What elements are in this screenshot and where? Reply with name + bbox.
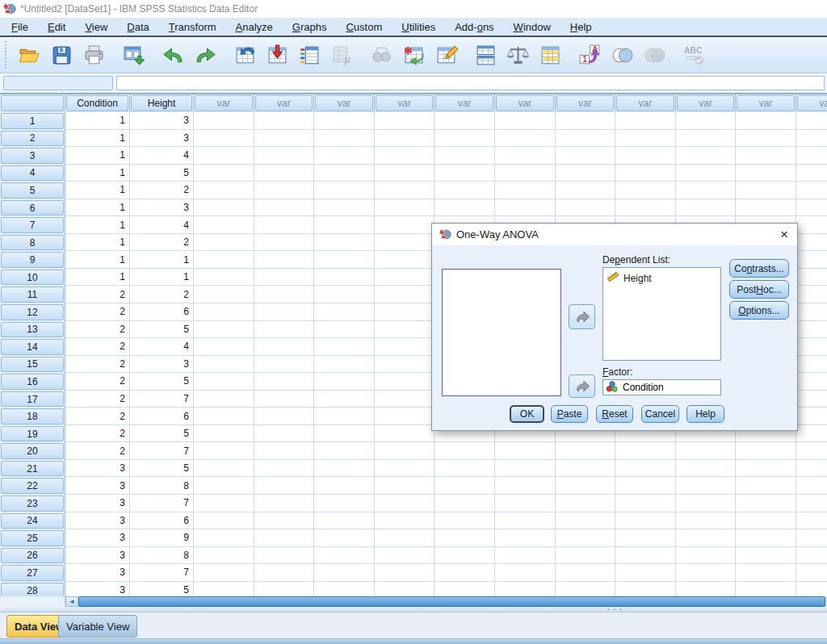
cell-empty[interactable] [314, 321, 375, 339]
cell-empty[interactable] [796, 165, 827, 182]
cell-empty[interactable] [434, 130, 495, 148]
menu-analyze[interactable]: Analyze [226, 19, 283, 36]
cell-empty[interactable] [796, 477, 827, 495]
menu-help[interactable]: Help [560, 19, 602, 36]
goto-variable-button[interactable] [261, 40, 293, 70]
cell-height-row6[interactable]: 3 [130, 199, 194, 217]
cell-height-row26[interactable]: 8 [130, 547, 194, 565]
cell-empty[interactable] [434, 582, 495, 596]
row-header-25[interactable]: 25 [0, 529, 65, 547]
cell-empty[interactable] [556, 582, 616, 596]
cell-empty[interactable] [495, 182, 556, 199]
cell-empty[interactable] [254, 269, 315, 286]
cell-empty[interactable] [676, 529, 737, 547]
cell-height-row24[interactable]: 6 [130, 512, 194, 530]
cell-empty[interactable] [796, 234, 827, 252]
row-header-6[interactable]: 6 [0, 199, 65, 217]
row-header-10[interactable]: 10 [0, 269, 65, 286]
cell-empty[interactable] [736, 199, 796, 217]
weight-cases-button[interactable] [502, 40, 534, 70]
cell-empty[interactable] [314, 582, 375, 596]
menu-custom[interactable]: Custom [336, 19, 392, 36]
cell-condition-row26[interactable]: 3 [65, 547, 130, 565]
cell-empty[interactable] [495, 147, 556, 165]
row-header-12[interactable]: 12 [0, 303, 65, 321]
row-header-24[interactable]: 24 [0, 512, 65, 530]
cell-height-row9[interactable]: 1 [130, 251, 194, 269]
cell-empty[interactable] [194, 477, 254, 495]
cell-empty[interactable] [796, 529, 827, 547]
cell-empty[interactable] [434, 112, 495, 130]
cell-empty[interactable] [314, 512, 375, 530]
cell-empty[interactable] [314, 460, 375, 478]
cell-empty[interactable] [254, 547, 315, 565]
cell-empty[interactable] [314, 356, 375, 374]
cell-empty[interactable] [796, 251, 827, 269]
cell-empty[interactable] [375, 477, 435, 495]
cell-reference-box[interactable] [3, 76, 113, 90]
cell-empty[interactable] [556, 199, 616, 217]
cell-condition-row25[interactable]: 3 [65, 529, 130, 547]
cell-condition-row15[interactable]: 2 [65, 356, 130, 374]
menu-view[interactable]: View [75, 19, 117, 36]
cell-empty[interactable] [736, 442, 796, 460]
recall-dialogs-button[interactable] [117, 40, 149, 70]
cell-empty[interactable] [676, 460, 737, 478]
cell-empty[interactable] [314, 442, 375, 460]
cell-empty[interactable] [194, 251, 254, 269]
tab-variable-view[interactable]: Variable View [58, 615, 137, 638]
dialog-close-button[interactable]: × [779, 228, 790, 241]
cell-condition-row27[interactable]: 3 [65, 564, 130, 582]
cell-empty[interactable] [194, 269, 254, 286]
scrollbar-thumb[interactable] [78, 596, 825, 607]
row-header-7[interactable]: 7 [0, 216, 65, 234]
cell-empty[interactable] [495, 564, 556, 582]
cell-condition-row24[interactable]: 3 [65, 512, 130, 530]
column-header-var-10[interactable]: var [737, 95, 795, 111]
cell-empty[interactable] [314, 373, 375, 391]
cell-empty[interactable] [375, 182, 435, 199]
move-to-factor-button[interactable] [569, 374, 595, 398]
reset-button[interactable]: Reset [596, 405, 633, 423]
cell-empty[interactable] [676, 512, 737, 530]
cell-empty[interactable] [194, 147, 254, 165]
cell-empty[interactable] [375, 582, 435, 596]
cell-empty[interactable] [254, 391, 315, 408]
column-header-var-8[interactable]: var [616, 95, 674, 111]
cell-empty[interactable] [375, 321, 435, 339]
cell-empty[interactable] [314, 529, 375, 547]
cell-empty[interactable] [254, 529, 315, 547]
cell-empty[interactable] [615, 477, 676, 495]
cell-height-row27[interactable]: 7 [130, 564, 194, 582]
cell-empty[interactable] [434, 512, 495, 530]
cell-empty[interactable] [615, 582, 676, 596]
cell-height-row10[interactable]: 1 [130, 269, 194, 286]
cell-empty[interactable] [796, 408, 827, 425]
cell-empty[interactable] [615, 112, 676, 130]
cell-empty[interactable] [375, 338, 435, 356]
column-header-condition[interactable]: Condition [66, 95, 128, 111]
menu-transform[interactable]: Transform [159, 19, 226, 36]
cell-empty[interactable] [796, 216, 827, 234]
cell-empty[interactable] [676, 442, 737, 460]
cell-empty[interactable] [736, 130, 796, 148]
row-header-5[interactable]: 5 [0, 182, 65, 199]
cell-empty[interactable] [736, 477, 796, 495]
move-to-dependent-button[interactable] [569, 304, 595, 329]
cell-empty[interactable] [194, 512, 254, 530]
cell-empty[interactable] [495, 512, 556, 530]
cell-empty[interactable] [314, 303, 375, 321]
cell-empty[interactable] [375, 512, 435, 530]
cell-empty[interactable] [796, 582, 827, 596]
cell-empty[interactable] [375, 408, 435, 425]
cell-height-row5[interactable]: 2 [130, 182, 194, 199]
cell-empty[interactable] [194, 130, 254, 148]
cell-empty[interactable] [615, 130, 676, 148]
cell-condition-row17[interactable]: 2 [65, 391, 130, 408]
column-header-var-1[interactable]: var [195, 95, 253, 111]
cell-empty[interactable] [556, 512, 616, 530]
cell-empty[interactable] [796, 512, 827, 530]
cell-condition-row1[interactable]: 1 [65, 112, 130, 130]
cell-empty[interactable] [375, 564, 435, 582]
row-header-13[interactable]: 13 [0, 321, 65, 339]
